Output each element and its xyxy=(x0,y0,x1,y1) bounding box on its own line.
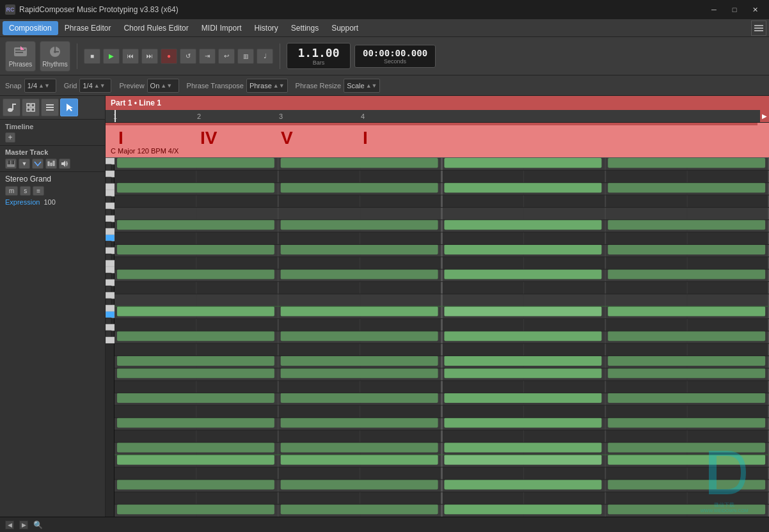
window-controls: ─ □ ✕ xyxy=(705,3,764,16)
close-button[interactable]: ✕ xyxy=(746,3,764,16)
svg-rect-31 xyxy=(106,184,115,190)
rhythms-button[interactable]: Rhythms xyxy=(40,41,70,72)
tool-note[interactable] xyxy=(3,98,20,116)
svg-rect-110 xyxy=(281,183,438,192)
phrase-transpose-label: Phrase Transpose xyxy=(187,82,244,90)
seconds-value: 00:00:00.000 xyxy=(363,48,427,58)
chord-track[interactable]: I IV V I C Major 120 BPM 4/X xyxy=(106,123,769,158)
scroll-right-button[interactable]: ▶ xyxy=(19,520,28,529)
svg-rect-107 xyxy=(117,480,274,489)
svg-rect-38 xyxy=(106,228,115,235)
menu-history[interactable]: History xyxy=(248,21,284,35)
svg-rect-118 xyxy=(281,393,438,403)
master-piano-btn[interactable] xyxy=(5,159,17,169)
loop-end-button[interactable]: ⇥ xyxy=(199,49,216,64)
phrase-resize-select[interactable]: Scale ▲▼ xyxy=(344,79,380,93)
redo-button[interactable]: ▥ xyxy=(237,49,254,64)
minimize-button[interactable]: ─ xyxy=(705,3,723,16)
svg-rect-50 xyxy=(106,305,115,311)
chord-IV: IV xyxy=(200,128,217,148)
master-eq-btn[interactable] xyxy=(45,159,57,169)
play-button[interactable]: ▶ xyxy=(103,49,120,64)
rewind-button[interactable]: ⏮ xyxy=(122,49,139,64)
svg-rect-53 xyxy=(106,324,115,331)
snap-select[interactable]: 1/4 ▲▼ xyxy=(24,79,56,93)
phrases-label: Phrases xyxy=(9,61,33,68)
tool-grid[interactable] xyxy=(22,98,40,116)
chord-V: V xyxy=(281,128,293,148)
settings-button[interactable]: ≡ xyxy=(33,186,44,196)
measure-2: 2 xyxy=(197,113,201,120)
svg-rect-55 xyxy=(106,337,115,343)
phrases-button[interactable]: Phrases xyxy=(5,41,36,72)
menu-phrase-editor[interactable]: Phrase Editor xyxy=(58,21,118,35)
svg-rect-48 xyxy=(106,292,115,299)
svg-rect-119 xyxy=(281,418,438,427)
loop-button[interactable]: ↺ xyxy=(180,49,196,64)
grid-group: Grid 1/4 ▲▼ xyxy=(64,79,112,93)
svg-rect-37 xyxy=(106,222,111,228)
svg-rect-21 xyxy=(12,160,13,164)
svg-rect-43 xyxy=(106,260,115,267)
bars-label: Bars xyxy=(295,59,342,66)
svg-rect-5 xyxy=(15,52,23,53)
svg-rect-1 xyxy=(754,27,763,29)
snap-group: Snap 1/4 ▲▼ xyxy=(5,79,56,93)
add-timeline-button[interactable]: + xyxy=(5,132,15,143)
menu-chord-rules-editor[interactable]: Chord Rules Editor xyxy=(117,21,194,35)
note-grid[interactable] xyxy=(115,158,769,517)
fast-forward-button[interactable]: ⏭ xyxy=(141,49,158,64)
svg-rect-123 xyxy=(281,505,438,514)
solo-button[interactable]: s xyxy=(20,186,31,196)
title-bar: RC RapidComposer Music Prototyping v3.83… xyxy=(0,0,769,19)
master-down-btn[interactable]: ▼ xyxy=(19,159,30,169)
svg-rect-121 xyxy=(281,455,438,464)
tool-lines[interactable] xyxy=(41,98,59,116)
svg-rect-30 xyxy=(106,177,111,184)
menu-support[interactable]: Support xyxy=(325,21,365,35)
svg-point-8 xyxy=(8,108,13,112)
svg-rect-135 xyxy=(444,442,601,452)
maximize-button[interactable]: □ xyxy=(725,3,743,16)
svg-rect-40 xyxy=(106,241,111,247)
menu-midi-import[interactable]: MIDI Import xyxy=(195,21,248,35)
svg-rect-29 xyxy=(106,171,115,177)
svg-rect-14 xyxy=(31,108,35,111)
master-controls: ▼ xyxy=(5,159,100,169)
svg-rect-138 xyxy=(444,505,601,514)
scroll-left-button[interactable]: ◀ xyxy=(5,520,14,529)
preview-arrow: ▲▼ xyxy=(161,82,172,89)
ruler-end-button[interactable]: ▶ xyxy=(760,110,769,123)
svg-rect-25 xyxy=(53,161,54,166)
svg-rect-32 xyxy=(106,190,115,196)
record-button[interactable]: ● xyxy=(161,49,177,64)
measure-4: 4 xyxy=(361,113,365,120)
menu-settings[interactable]: Settings xyxy=(285,21,325,35)
svg-rect-147 xyxy=(608,368,765,378)
chord-top-bar xyxy=(106,123,757,125)
svg-rect-96 xyxy=(117,220,274,230)
undo-button[interactable]: ↩ xyxy=(218,49,235,64)
svg-marker-26 xyxy=(61,160,65,167)
svg-rect-94 xyxy=(117,158,274,168)
svg-rect-39 xyxy=(106,235,115,241)
svg-rect-122 xyxy=(281,480,438,489)
stop-button[interactable]: ■ xyxy=(84,49,100,64)
master-track-section: Master Track ▼ xyxy=(0,146,105,172)
grid-select[interactable]: 1/4 ▲▼ xyxy=(79,79,111,93)
menu-composition[interactable]: Composition xyxy=(3,21,58,35)
tool-cursor[interactable] xyxy=(60,98,78,116)
measure-ruler[interactable]: 1 2 3 4 ▶ xyxy=(106,110,769,123)
svg-rect-132 xyxy=(444,368,601,378)
help-icon[interactable] xyxy=(751,20,766,36)
master-v-btn[interactable] xyxy=(32,159,44,169)
phrase-transpose-select[interactable]: Phrase ▲▼ xyxy=(246,79,288,93)
tool-icons xyxy=(0,96,105,120)
preview-select[interactable]: On ▲▼ xyxy=(147,79,179,93)
master-volume-btn[interactable] xyxy=(59,159,70,169)
controls-bar: Snap 1/4 ▲▼ Grid 1/4 ▲▼ Preview On ▲▼ Ph… xyxy=(0,75,769,96)
piano-grid-wrapper: C5 C4 C3 // Will be done in CSS/SVG dire… xyxy=(106,158,769,517)
svg-rect-42 xyxy=(106,254,111,260)
mute-button[interactable]: m xyxy=(5,186,18,196)
metronome-button[interactable]: ♩ xyxy=(257,49,273,64)
